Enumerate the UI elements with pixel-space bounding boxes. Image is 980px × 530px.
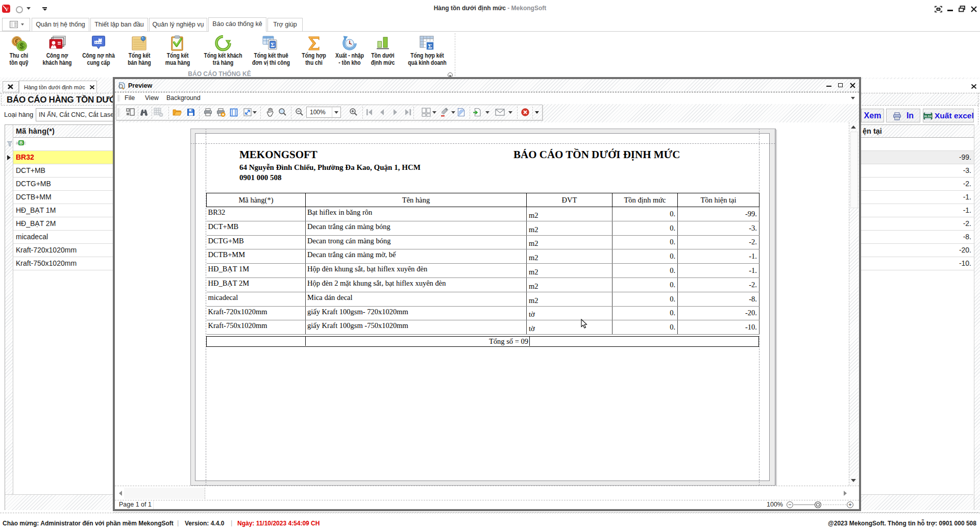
svg-text:Σ: Σ: [428, 42, 432, 50]
svg-text:XLSX: XLSX: [924, 115, 932, 118]
svg-text:$: $: [20, 42, 24, 50]
svg-text:Σ: Σ: [271, 41, 275, 48]
